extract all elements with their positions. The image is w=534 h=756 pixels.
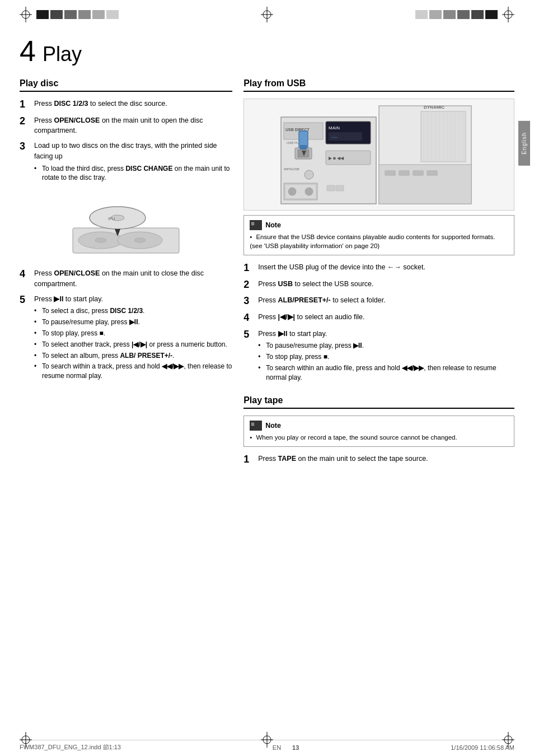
svg-point-57 <box>305 188 313 195</box>
usb-note-label: Note <box>265 221 281 229</box>
tape-steps: 1 Press TAPE on the main unit to select … <box>243 454 514 466</box>
step-2-content: Press OPEN/CLOSE on the main unit to ope… <box>34 115 232 137</box>
bottom-left-crosshair <box>20 732 32 748</box>
main-columns: Play disc 1 Press DISC 1/2/3 to select t… <box>20 71 514 470</box>
usb-note-content: Ensure that the USB device contains play… <box>250 234 495 249</box>
usb-note-bullet: • <box>250 234 252 240</box>
tape-note-label: Note <box>265 422 281 430</box>
step-3-sub-1: • To load the third disc, press DISC CHA… <box>34 164 232 183</box>
usb-step-5: 5 Press ▶II to start play. • To pause/re… <box>243 329 514 384</box>
step-5-sub-1: • To select a disc, press DISC 1/2/3. <box>34 306 232 316</box>
usb-step-3-num: 3 <box>243 295 254 307</box>
usb-note-text: • Ensure that the USB device contains pl… <box>250 232 508 250</box>
disc-illustration: IFU <box>64 193 188 260</box>
color-bars-left <box>36 10 119 19</box>
svg-rect-58 <box>327 185 335 191</box>
tape-note-content: When you play or record a tape, the soun… <box>256 434 457 441</box>
play-tape-title: Play tape <box>243 395 514 409</box>
step-5-num: 5 <box>20 294 30 306</box>
language-tab: English <box>518 121 530 166</box>
step-5-sub-4: • To select another track, press |◀/▶| o… <box>34 340 232 349</box>
usb-step-2-num: 2 <box>243 279 254 291</box>
left-crosshair <box>20 7 32 22</box>
right-crosshair <box>502 7 514 22</box>
usb-step-4-num: 4 <box>243 312 254 324</box>
bottom-right-crosshair <box>502 732 514 748</box>
svg-point-56 <box>288 188 296 195</box>
color-bars-right <box>415 10 498 19</box>
usb-steps: 1 Insert the USB plug of the device into… <box>243 262 514 384</box>
usb-step-5-content: Press ▶II to start play. • To pause/resu… <box>258 329 514 384</box>
svg-text:IFU: IFU <box>108 216 115 221</box>
bottom-center-crosshair <box>261 732 273 748</box>
tape-step-1-num: 1 <box>243 454 254 466</box>
svg-text:WPS/USB: WPS/USB <box>284 167 299 171</box>
play-disc-step-2: 2 Press OPEN/CLOSE on the main unit to o… <box>20 115 232 137</box>
chapter-header: 4 Play <box>20 36 514 66</box>
play-tape-section: Play tape ≡ Note • When you play or reco… <box>243 395 514 466</box>
usb-step-5-num: 5 <box>243 329 254 341</box>
tape-step-1: 1 Press TAPE on the main unit to select … <box>243 454 514 466</box>
footer-file-info: FWM387_DFU_ENG_12.indd 節1:13 <box>20 743 121 752</box>
usb-step-2: 2 Press USB to select the USB source. <box>243 279 514 291</box>
tape-note-box: ≡ Note • When you play or record a tape,… <box>243 416 514 447</box>
play-disc-steps-cont: 4 Press OPEN/CLOSE on the main unit to c… <box>20 268 232 382</box>
usb-step-3: 3 Press ALB/PRESET+/- to select a folder… <box>243 295 514 307</box>
usb-step-3-content: Press ALB/PRESET+/- to select a folder. <box>258 295 514 306</box>
svg-rect-59 <box>336 185 344 191</box>
usb-device-svg: USB DIRECT USB PLAYIT WPS/USB <box>275 100 483 209</box>
tape-note-text: • When you play or record a tape, the so… <box>250 433 508 442</box>
usb-step-4: 4 Press |◀/▶| to select an audio file. <box>243 312 514 324</box>
chapter-number: 4 <box>20 36 36 66</box>
left-column: Play disc 1 Press DISC 1/2/3 to select t… <box>20 71 232 470</box>
usb-step-2-content: Press USB to select the USB source. <box>258 279 514 290</box>
svg-point-46 <box>305 170 313 179</box>
disc-svg: IFU <box>67 194 185 259</box>
usb-step-5-sub-1: • To pause/resume play, press ▶II. <box>258 341 514 351</box>
svg-text:▶ ■ ◀◀: ▶ ■ ◀◀ <box>329 156 344 161</box>
usb-note-box: ≡ Note • Ensure that the USB device cont… <box>243 215 514 255</box>
play-disc-step-5: 5 Press ▶II to start play. • To select a… <box>20 294 232 382</box>
svg-rect-35 <box>427 170 438 176</box>
usb-step-4-content: Press |◀/▶| to select an audio file. <box>258 312 514 323</box>
step-5-content: Press ▶II to start play. • To select a d… <box>34 294 232 382</box>
svg-text:MAIN: MAIN <box>329 125 340 130</box>
tape-step-1-content: Press TAPE on the main unit to select th… <box>258 454 514 464</box>
svg-rect-33 <box>399 170 410 176</box>
svg-point-13 <box>134 238 146 242</box>
step-5-sub-6: • To search within a track, press and ho… <box>34 362 232 381</box>
note-icon: ≡ <box>250 220 262 230</box>
step-5-sub-3: • To stop play, press ■. <box>34 329 232 338</box>
svg-point-11 <box>95 238 106 242</box>
footer-center: EN 13 <box>273 744 299 751</box>
usb-step-5-sub-2: • To stop play, press ■. <box>258 352 514 362</box>
usb-step-1-num: 1 <box>243 262 254 274</box>
step-1-num: 1 <box>20 99 30 111</box>
step-3-content: Load up to two discs on the disc trays, … <box>34 141 232 184</box>
play-disc-step-3: 3 Load up to two discs on the disc trays… <box>20 141 232 184</box>
play-from-usb-title: Play from USB <box>243 78 514 92</box>
usb-step-5-sub-3: • To search within an audio file, press … <box>258 363 514 382</box>
play-disc-section-title: Play disc <box>20 78 232 92</box>
play-disc-step-1: 1 Press DISC 1/2/3 to select the disc so… <box>20 99 232 111</box>
play-disc-steps: 1 Press DISC 1/2/3 to select the disc so… <box>20 99 232 184</box>
step-4-num: 4 <box>20 268 30 281</box>
usb-image: USB DIRECT USB PLAYIT WPS/USB <box>243 99 514 211</box>
svg-rect-43 <box>300 145 307 150</box>
usb-step-1: 1 Insert the USB plug of the device into… <box>243 262 514 274</box>
tape-note-header: ≡ Note <box>250 421 508 431</box>
chapter-title: Play <box>43 43 82 66</box>
svg-text:DYNAMIC: DYNAMIC <box>424 105 445 110</box>
svg-text:--:--: --:-- <box>331 135 338 139</box>
svg-rect-32 <box>385 170 396 176</box>
step-5-sub-5: • To select an album, press ALB/ PRESET+… <box>34 351 232 361</box>
usb-step-1-content: Insert the USB plug of the device into t… <box>258 262 514 273</box>
tape-note-icon: ≡ <box>250 421 262 431</box>
step-4-content: Press OPEN/CLOSE on the main unit to clo… <box>34 268 232 290</box>
step-1-content: Press DISC 1/2/3 to select the disc sour… <box>34 99 232 109</box>
center-crosshair <box>261 7 273 22</box>
header-marks <box>0 0 534 34</box>
usb-note-header: ≡ Note <box>250 220 508 230</box>
step-3-num: 3 <box>20 141 30 153</box>
svg-rect-34 <box>413 170 424 176</box>
